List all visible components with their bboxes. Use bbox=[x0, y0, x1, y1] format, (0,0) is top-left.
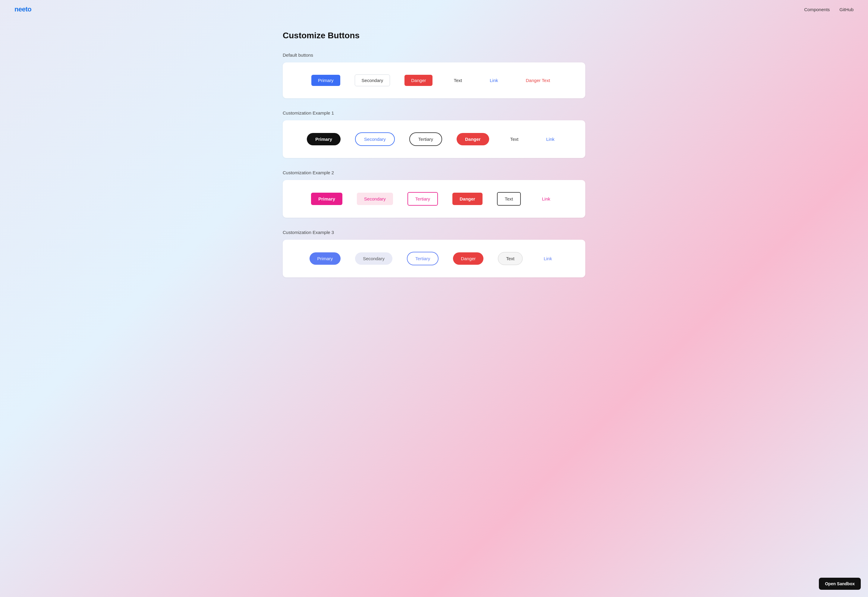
btn-tertiary-ex3[interactable]: Tertiary bbox=[407, 252, 438, 265]
btn-primary-ex1[interactable]: Primary bbox=[307, 133, 341, 146]
btn-tertiary-ex2[interactable]: Tertiary bbox=[407, 192, 438, 206]
button-card-default: Primary Secondary Danger Text Link Dange… bbox=[283, 62, 585, 98]
btn-secondary-ex2[interactable]: Secondary bbox=[357, 193, 393, 205]
button-card-example1: Primary Secondary Tertiary Danger Text L… bbox=[283, 120, 585, 158]
btn-text-ex2[interactable]: Text bbox=[497, 192, 521, 206]
nav-components[interactable]: Components bbox=[804, 7, 830, 12]
btn-link-default[interactable]: Link bbox=[483, 75, 505, 86]
btn-danger-ex1[interactable]: Danger bbox=[456, 133, 489, 146]
btn-secondary-default[interactable]: Secondary bbox=[355, 74, 390, 86]
section-example1-label: Customization Example 1 bbox=[283, 110, 585, 116]
btn-primary-ex2[interactable]: Primary bbox=[311, 193, 342, 205]
section-example3: Customization Example 3 Primary Secondar… bbox=[283, 230, 585, 278]
button-card-example2: Primary Secondary Tertiary Danger Text L… bbox=[283, 180, 585, 218]
btn-text-default[interactable]: Text bbox=[447, 75, 469, 86]
btn-danger-ex2[interactable]: Danger bbox=[452, 193, 483, 205]
btn-primary-ex3[interactable]: Primary bbox=[310, 252, 341, 265]
btn-danger-text-default[interactable]: Danger Text bbox=[519, 75, 557, 86]
nav-github[interactable]: GitHub bbox=[839, 7, 853, 12]
open-sandbox-button[interactable]: Open Sandbox bbox=[819, 578, 861, 590]
navbar: neeto Components GitHub bbox=[0, 0, 868, 19]
button-card-example3: Primary Secondary Tertiary Danger Text L… bbox=[283, 240, 585, 278]
section-example3-label: Customization Example 3 bbox=[283, 230, 585, 235]
btn-tertiary-ex1[interactable]: Tertiary bbox=[409, 132, 442, 146]
section-example1: Customization Example 1 Primary Secondar… bbox=[283, 110, 585, 158]
btn-link-ex1[interactable]: Link bbox=[539, 133, 561, 146]
btn-danger-default[interactable]: Danger bbox=[404, 75, 433, 86]
btn-text-ex1[interactable]: Text bbox=[504, 133, 525, 146]
page-title: Customize Buttons bbox=[283, 31, 585, 40]
main-content: Customize Buttons Default buttons Primar… bbox=[268, 19, 600, 313]
nav-links: Components GitHub bbox=[804, 7, 853, 12]
btn-text-ex3[interactable]: Text bbox=[498, 252, 523, 265]
section-default: Default buttons Primary Secondary Danger… bbox=[283, 52, 585, 98]
btn-danger-ex3[interactable]: Danger bbox=[453, 252, 483, 265]
btn-link-ex2[interactable]: Link bbox=[535, 193, 557, 205]
btn-primary-default[interactable]: Primary bbox=[311, 75, 340, 86]
btn-secondary-ex3[interactable]: Secondary bbox=[355, 252, 393, 265]
section-default-label: Default buttons bbox=[283, 52, 585, 58]
logo: neeto bbox=[15, 6, 31, 13]
section-example2-label: Customization Example 2 bbox=[283, 170, 585, 175]
section-example2: Customization Example 2 Primary Secondar… bbox=[283, 170, 585, 218]
btn-link-ex3[interactable]: Link bbox=[537, 252, 559, 265]
btn-secondary-ex1[interactable]: Secondary bbox=[355, 132, 395, 146]
